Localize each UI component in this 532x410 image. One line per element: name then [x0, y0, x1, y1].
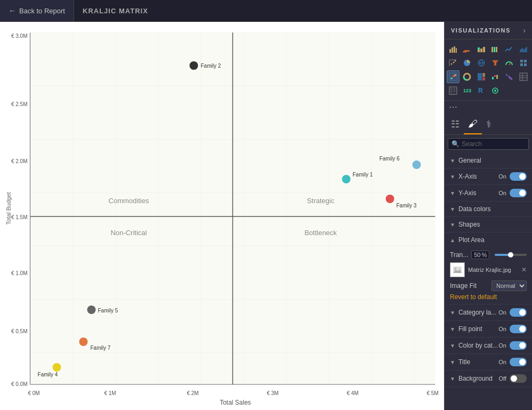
- xaxis-label: X-Axis: [458, 173, 477, 180]
- colorbycat-toggle[interactable]: [510, 341, 527, 350]
- tab-fields[interactable]: ☷: [447, 115, 464, 134]
- svg-point-36: [454, 74, 456, 76]
- viz-waterfall-icon[interactable]: [489, 70, 502, 83]
- search-icon: 🔍: [452, 140, 460, 148]
- viz-gauge-icon[interactable]: [503, 57, 515, 69]
- datapoint-family6[interactable]: [413, 160, 421, 169]
- viz-python-icon[interactable]: [489, 84, 502, 97]
- section-datacolors-label: Data colors: [458, 205, 491, 213]
- viz-treemap-icon[interactable]: [475, 70, 488, 83]
- image-fit-select[interactable]: Normal Fit Fill: [491, 280, 527, 291]
- viz-funnel-icon[interactable]: [489, 57, 502, 69]
- x-tick-1: € 1M: [104, 390, 116, 396]
- xaxis-toggle[interactable]: [510, 172, 527, 181]
- background-toggle[interactable]: [510, 374, 527, 383]
- viz-more-button[interactable]: ⋯: [445, 101, 532, 113]
- tab-format[interactable]: 🖌: [464, 115, 482, 134]
- svg-point-61: [454, 268, 456, 270]
- y-tick-2: € 1.0M: [11, 270, 28, 276]
- viz-bar-icon[interactable]: [447, 43, 460, 55]
- svg-rect-18: [496, 47, 497, 52]
- yaxis-label: Y-Axis: [458, 189, 477, 197]
- yaxis-toggle[interactable]: [510, 189, 527, 197]
- x-tick-4: € 4M: [346, 390, 358, 396]
- panel-expand-icon[interactable]: ›: [523, 26, 526, 35]
- section-plotarea[interactable]: ▲ Plot Area: [445, 232, 532, 247]
- page-title: KRALJIC MATRIX: [74, 7, 157, 15]
- datapoint-family4[interactable]: [53, 363, 61, 372]
- datalabel-family6: Family 6: [380, 156, 400, 162]
- title-toggle-text: On: [498, 359, 506, 365]
- datapoint-family2[interactable]: [190, 61, 198, 70]
- background-label: Background: [458, 375, 493, 382]
- viz-pie-icon[interactable]: [461, 57, 473, 69]
- back-button[interactable]: ← Back to Report: [0, 0, 74, 21]
- categorylabel-toggle-row: ▼ Category la... On: [445, 304, 532, 321]
- y-axis-label: Total Budget: [5, 192, 12, 224]
- section-plotarea-label: Plot Area: [458, 236, 485, 244]
- viz-scatter-active-icon[interactable]: [447, 70, 460, 83]
- chart-area: Commodities Strategic Non-Critical Bottl…: [0, 22, 444, 410]
- viz-donut-icon[interactable]: [461, 70, 473, 83]
- image-remove-button[interactable]: ✕: [521, 266, 527, 274]
- revert-link[interactable]: Revert to default: [450, 293, 527, 301]
- search-input[interactable]: [462, 140, 525, 148]
- bottleneck-label: Bottleneck: [304, 229, 337, 237]
- transparency-slider[interactable]: [495, 254, 527, 256]
- viz-column-icon[interactable]: [461, 43, 473, 55]
- svg-point-22: [455, 60, 456, 62]
- transparency-row: Tran... 50 %: [450, 251, 527, 259]
- datapoint-family3[interactable]: [386, 195, 394, 203]
- viz-100stacked-icon[interactable]: [489, 43, 502, 55]
- section-general[interactable]: ▼ General: [445, 153, 532, 168]
- fillpoint-toggle-row: ▼ Fill point On: [445, 321, 532, 337]
- datapoint-family1[interactable]: [342, 175, 351, 183]
- tab-analytics[interactable]: ⚕: [482, 115, 496, 134]
- section-shapes[interactable]: ▼ Shapes: [445, 217, 532, 232]
- chevron-general-icon: ▼: [450, 158, 455, 164]
- svg-rect-13: [478, 47, 480, 50]
- svg-rect-8: [454, 46, 455, 53]
- viz-matrix2-icon[interactable]: [447, 84, 460, 97]
- viz-line-icon[interactable]: [503, 43, 515, 55]
- viz-map-icon[interactable]: [475, 57, 488, 69]
- viz-scatter-icon[interactable]: [447, 57, 460, 69]
- title-toggle[interactable]: [510, 358, 527, 366]
- viz-r-icon[interactable]: R: [475, 84, 488, 97]
- title-label: Title: [458, 358, 470, 366]
- datalabel-family4: Family 4: [38, 372, 58, 377]
- y-tick-0: € 0.0M: [11, 381, 28, 387]
- background-toggle-text: Off: [499, 375, 506, 382]
- svg-rect-11: [464, 50, 470, 52]
- datapoint-family7[interactable]: [79, 337, 88, 346]
- top-bar: ← Back to Report KRALJIC MATRIX: [0, 0, 532, 22]
- viz-table-icon[interactable]: [517, 70, 530, 83]
- image-preview-box: [450, 262, 465, 277]
- datapoint-family5[interactable]: [87, 306, 96, 314]
- viz-stacked-icon[interactable]: [475, 43, 488, 55]
- fillpoint-label: Fill point: [458, 325, 482, 333]
- datalabel-family1: Family 1: [353, 172, 373, 178]
- title-toggle-row: ▼ Title On: [445, 354, 532, 371]
- panel-title: VISUALIZATIONS: [451, 27, 511, 34]
- y-tick-3: € 1.5M: [11, 214, 28, 220]
- chart-svg: Commodities Strategic Non-Critical Bottl…: [0, 22, 444, 410]
- viz-kpi-icon[interactable]: 123: [461, 84, 473, 97]
- viz-ribbon-icon[interactable]: [503, 70, 515, 83]
- y-tick-6: € 3.0M: [11, 33, 28, 39]
- viz-area-icon[interactable]: [517, 43, 530, 55]
- section-shapes-label: Shapes: [458, 221, 480, 228]
- svg-rect-32: [524, 63, 527, 66]
- yaxis-toggle-row: ▼ Y-Axis On: [445, 185, 532, 202]
- categorylabel-toggle[interactable]: [510, 308, 527, 317]
- section-datacolors[interactable]: ▼ Data colors: [445, 202, 532, 217]
- y-tick-1: € 0.5M: [11, 328, 28, 334]
- svg-rect-7: [452, 47, 453, 53]
- transparency-label: Tran...: [450, 251, 468, 259]
- right-panel: VISUALIZATIONS ›: [444, 22, 532, 410]
- y-tick-4: € 2.0M: [11, 158, 28, 164]
- fillpoint-toggle[interactable]: [510, 325, 527, 333]
- svg-text:R: R: [478, 87, 483, 94]
- viz-matrix-icon[interactable]: [517, 57, 530, 69]
- xaxis-toggle-row: ▼ X-Axis On: [445, 168, 532, 185]
